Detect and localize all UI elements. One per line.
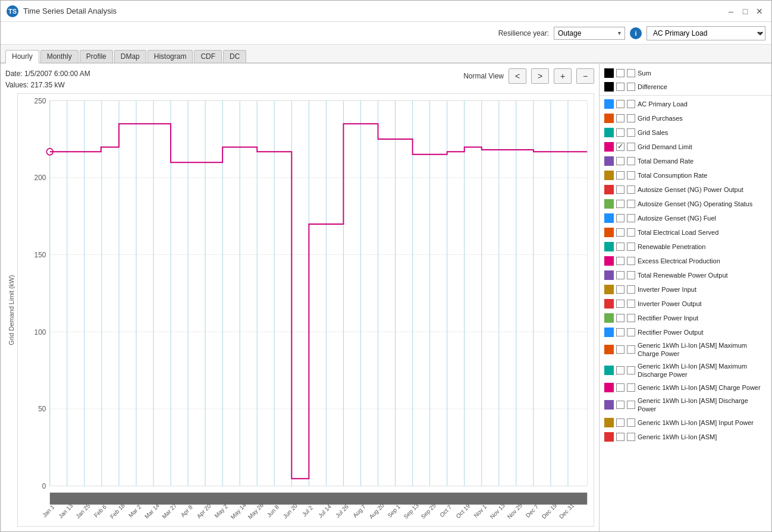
tab-histogram[interactable]: Histogram	[148, 50, 193, 62]
tab-cdf[interactable]: CDF	[194, 50, 222, 62]
svg-text:Apr 20: Apr 20	[196, 502, 212, 520]
difference-color-swatch	[604, 82, 614, 92]
zoom-out-button[interactable]: −	[576, 68, 594, 84]
grid-purchases-cb2[interactable]	[627, 114, 635, 122]
ac-primary-load-cb1[interactable]	[616, 100, 624, 108]
svg-text:Jul 2: Jul 2	[301, 505, 314, 518]
svg-text:Dec 31: Dec 31	[558, 502, 575, 520]
close-button[interactable]: ✕	[754, 5, 765, 17]
autosize-genset-fuel-cb1[interactable]	[616, 214, 624, 222]
tab-monthly[interactable]: Monthly	[40, 50, 79, 62]
liion-charge-cb2[interactable]	[627, 383, 635, 392]
resilience-dropdown-wrapper[interactable]: Outage	[554, 27, 625, 40]
grid-demand-limit-cb2[interactable]	[627, 143, 635, 151]
legend-item-total-electrical-load: Total Electrical Load Served	[600, 225, 771, 240]
total-electrical-load-label: Total Electrical Load Served	[638, 228, 718, 237]
total-consumption-rate-label: Total Consumption Rate	[638, 171, 707, 180]
chart-container[interactable]: 250 200 150 100 50	[17, 93, 594, 527]
resilience-label: Resilience year:	[498, 29, 549, 37]
total-renewable-power-cb2[interactable]	[627, 271, 635, 279]
total-consumption-rate-cb2[interactable]	[627, 171, 635, 180]
liion-charge-swatch	[604, 383, 614, 392]
liion-input-cb1[interactable]	[616, 418, 624, 427]
liion-extra-cb2[interactable]	[627, 433, 635, 441]
legend-scroll[interactable]: Sum Difference AC Primary Load	[600, 64, 771, 531]
sum-cb2[interactable]	[627, 69, 635, 77]
rectifier-power-output-cb2[interactable]	[627, 328, 635, 336]
nav-next-button[interactable]: >	[531, 68, 549, 84]
liion-input-cb2[interactable]	[627, 418, 635, 427]
rectifier-power-input-cb2[interactable]	[627, 314, 635, 322]
rectifier-power-input-cb1[interactable]	[616, 314, 624, 322]
autosize-genset-power-cb2[interactable]	[627, 185, 635, 194]
inverter-power-input-cb1[interactable]	[616, 285, 624, 294]
liion-max-discharge-cb1[interactable]	[616, 366, 624, 374]
liion-charge-cb1[interactable]	[616, 383, 624, 392]
renewable-penetration-cb2[interactable]	[627, 243, 635, 251]
rectifier-power-output-swatch	[604, 328, 614, 337]
minimize-button[interactable]: –	[725, 5, 737, 17]
inverter-power-output-cb1[interactable]	[616, 300, 624, 308]
total-consumption-rate-cb1[interactable]	[616, 171, 624, 180]
liion-max-discharge-cb2[interactable]	[627, 366, 635, 374]
tab-dc[interactable]: DC	[223, 50, 246, 62]
total-electrical-load-cb1[interactable]	[616, 228, 624, 237]
inverter-power-output-cb2[interactable]	[627, 300, 635, 308]
liion-discharge-cb2[interactable]	[627, 401, 635, 409]
grid-demand-limit-swatch	[604, 142, 614, 152]
chart-controls: Normal View < > + −	[463, 68, 594, 84]
chart-area: Date: 1/5/2007 6:00:00 AM Values: 217.35…	[1, 64, 599, 531]
liion-max-charge-cb2[interactable]	[627, 345, 635, 354]
excess-electrical-swatch	[604, 256, 614, 266]
excess-electrical-cb2[interactable]	[627, 257, 635, 265]
ac-primary-load-cb2[interactable]	[627, 100, 635, 108]
ac-load-dropdown-wrapper[interactable]: AC Primary Load	[647, 26, 765, 40]
autosize-genset-status-cb2[interactable]	[627, 200, 635, 208]
legend-item-renewable-penetration: Renewable Penetration	[600, 240, 771, 254]
autosize-genset-power-cb1[interactable]	[616, 185, 624, 194]
legend-item-rectifier-power-output: Rectifier Power Output	[600, 325, 771, 339]
nav-prev-button[interactable]: <	[509, 68, 526, 84]
total-electrical-load-cb2[interactable]	[627, 228, 635, 237]
total-demand-rate-swatch	[604, 156, 614, 166]
svg-text:Aug 7: Aug 7	[352, 503, 366, 519]
rectifier-power-input-swatch	[604, 313, 614, 323]
total-demand-rate-cb2[interactable]	[627, 157, 635, 165]
tab-hourly[interactable]: Hourly	[5, 50, 39, 64]
autosize-genset-status-cb1[interactable]	[616, 200, 624, 208]
grid-sales-cb1[interactable]	[616, 128, 624, 137]
inverter-power-input-label: Inverter Power Input	[638, 285, 696, 294]
liion-discharge-cb1[interactable]	[616, 401, 624, 409]
excess-electrical-cb1[interactable]	[616, 257, 624, 265]
liion-extra-cb1[interactable]	[616, 433, 624, 441]
legend-item-total-consumption-rate: Total Consumption Rate	[600, 168, 771, 182]
grid-sales-label: Grid Sales	[638, 128, 668, 137]
window-controls[interactable]: – □ ✕	[725, 5, 765, 17]
ac-load-dropdown[interactable]: AC Primary Load	[647, 26, 765, 40]
legend-item-inverter-power-output: Inverter Power Output	[600, 297, 771, 311]
resilience-dropdown[interactable]: Outage	[554, 27, 625, 40]
maximize-button[interactable]: □	[739, 5, 751, 17]
total-demand-rate-cb1[interactable]	[616, 157, 624, 165]
zoom-in-button[interactable]: +	[554, 68, 572, 84]
grid-purchases-cb1[interactable]	[616, 114, 624, 122]
tab-profile[interactable]: Profile	[80, 50, 113, 62]
grid-sales-swatch	[604, 128, 614, 137]
grid-purchases-swatch	[604, 114, 614, 123]
renewable-penetration-cb1[interactable]	[616, 243, 624, 251]
difference-cb1[interactable]	[616, 83, 624, 91]
sum-label: Sum	[638, 69, 651, 77]
grid-demand-limit-cb1[interactable]	[616, 143, 624, 151]
grid-sales-cb2[interactable]	[627, 128, 635, 137]
autosize-genset-fuel-cb2[interactable]	[627, 214, 635, 222]
info-button[interactable]: i	[630, 27, 642, 39]
y-axis-label: Grid Demand Limit (kW)	[5, 93, 17, 527]
tab-dmap[interactable]: DMap	[114, 50, 146, 62]
total-renewable-power-cb1[interactable]	[616, 271, 624, 279]
svg-text:Apr 8: Apr 8	[180, 503, 194, 518]
difference-cb2[interactable]	[627, 83, 635, 91]
liion-max-charge-cb1[interactable]	[616, 345, 624, 354]
rectifier-power-output-cb1[interactable]	[616, 328, 624, 336]
sum-cb1[interactable]	[616, 69, 624, 77]
inverter-power-input-cb2[interactable]	[627, 285, 635, 294]
